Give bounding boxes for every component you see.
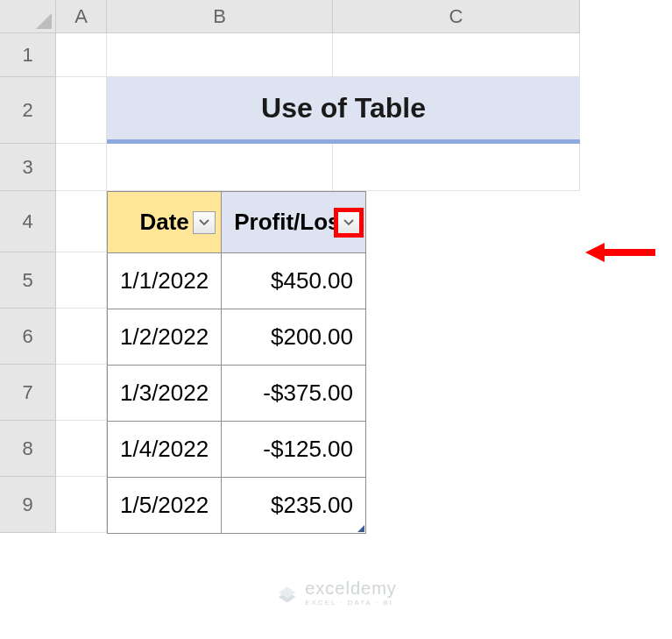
column-header-B[interactable]: B xyxy=(107,0,333,33)
table-row: 1/4/2022 -$125.00 xyxy=(108,422,366,478)
cell[interactable] xyxy=(56,191,107,252)
row-header-2[interactable]: 2 xyxy=(0,77,56,144)
spreadsheet-view: A B C 1 2 3 4 5 6 7 8 9 Use of Table xyxy=(0,0,672,639)
cell[interactable] xyxy=(56,33,107,77)
chevron-down-icon xyxy=(199,219,209,226)
cell-date[interactable]: 1/4/2022 xyxy=(108,422,222,478)
cell[interactable] xyxy=(56,77,107,144)
chevron-down-icon xyxy=(343,219,354,226)
cell[interactable] xyxy=(56,365,107,421)
cell-value[interactable]: $200.00 xyxy=(222,309,366,366)
arrow-left-icon xyxy=(585,240,655,265)
watermark-logo-icon xyxy=(275,581,298,604)
watermark-name: exceldemy xyxy=(305,579,397,598)
column-header-C[interactable]: C xyxy=(333,0,580,33)
data-table: Date Profit/Loss 1/1/2022 xyxy=(107,191,366,534)
table-resize-handle[interactable] xyxy=(357,525,364,532)
table-header-row: Date Profit/Loss xyxy=(108,192,366,253)
cell[interactable] xyxy=(333,144,580,191)
cell[interactable] xyxy=(107,144,333,191)
cell-value[interactable]: -$125.00 xyxy=(222,422,366,478)
cell[interactable] xyxy=(56,309,107,365)
filter-button-date[interactable] xyxy=(193,211,216,234)
row-header-4[interactable]: 4 xyxy=(0,191,56,252)
callout-arrow xyxy=(585,240,655,265)
cell[interactable] xyxy=(56,144,107,191)
table-row: 1/5/2022 $235.00 xyxy=(108,478,366,534)
cell[interactable] xyxy=(56,252,107,309)
cell-date[interactable]: 1/1/2022 xyxy=(108,253,222,309)
cell-date[interactable]: 1/3/2022 xyxy=(108,366,222,422)
row-header-8[interactable]: 8 xyxy=(0,421,56,477)
row-header-9[interactable]: 9 xyxy=(0,477,56,533)
watermark-text-block: exceldemy EXCEL · DATA · BI xyxy=(305,579,397,607)
cell-value-text: $235.00 xyxy=(271,492,353,518)
cell[interactable] xyxy=(56,477,107,533)
cell-value[interactable]: $450.00 xyxy=(222,253,366,309)
header-date[interactable]: Date xyxy=(108,192,222,253)
row-header-7[interactable]: 7 xyxy=(0,365,56,421)
select-all-corner[interactable] xyxy=(0,0,56,33)
filter-button-profit-loss[interactable] xyxy=(337,211,360,234)
header-profit-loss-label: Profit/Loss xyxy=(234,209,353,235)
watermark: exceldemy EXCEL · DATA · BI xyxy=(275,579,397,607)
row-header-5[interactable]: 5 xyxy=(0,252,56,309)
cell[interactable] xyxy=(56,421,107,477)
cell-date[interactable]: 1/5/2022 xyxy=(108,478,222,534)
cell-date[interactable]: 1/2/2022 xyxy=(108,309,222,366)
table-row: 1/2/2022 $200.00 xyxy=(108,309,366,366)
table-row: 1/3/2022 -$375.00 xyxy=(108,366,366,422)
row-header-1[interactable]: 1 xyxy=(0,33,56,77)
row-headers: 1 2 3 4 5 6 7 8 9 xyxy=(0,33,56,533)
header-profit-loss[interactable]: Profit/Loss xyxy=(222,192,366,253)
watermark-sub: EXCEL · DATA · BI xyxy=(305,599,397,607)
cell-value[interactable]: -$375.00 xyxy=(222,366,366,422)
row-header-6[interactable]: 6 xyxy=(0,309,56,365)
svg-marker-1 xyxy=(585,243,605,262)
row-header-3[interactable]: 3 xyxy=(0,144,56,191)
cell[interactable] xyxy=(333,33,580,77)
page-title[interactable]: Use of Table xyxy=(107,77,580,144)
select-all-icon xyxy=(36,13,52,29)
table-row: 1/1/2022 $450.00 xyxy=(108,253,366,309)
cell-value[interactable]: $235.00 xyxy=(222,478,366,534)
header-date-label: Date xyxy=(139,209,188,235)
column-header-A[interactable]: A xyxy=(56,0,107,33)
cell[interactable] xyxy=(107,33,333,77)
column-headers: A B C xyxy=(56,0,580,33)
